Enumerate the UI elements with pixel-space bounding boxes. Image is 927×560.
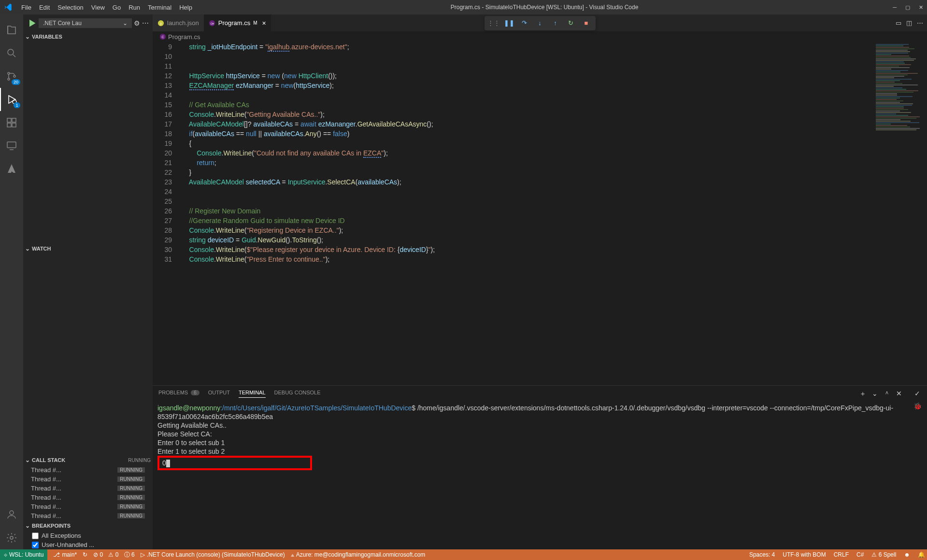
- close-tab-icon[interactable]: ×: [262, 19, 266, 27]
- launch-config-select[interactable]: .NET Core Lau⌄: [39, 18, 132, 28]
- thread-row[interactable]: Thread #...RUNNING: [23, 484, 153, 493]
- run-debug-icon[interactable]: 1: [0, 88, 23, 111]
- more-icon[interactable]: ⋯: [917, 19, 923, 27]
- bug-icon[interactable]: 🐞: [913, 402, 922, 410]
- svg-rect-10: [7, 142, 16, 148]
- tab-launch-json[interactable]: {}launch.json: [153, 14, 204, 31]
- terminal-output-line: Please Select CA:: [157, 430, 903, 438]
- thread-row[interactable]: Thread #...RUNNING: [23, 475, 153, 484]
- terminal-split-dropdown-icon[interactable]: ⌄: [872, 390, 878, 398]
- checkmark-icon[interactable]: ✓: [914, 390, 920, 397]
- maximize-button[interactable]: ▢: [905, 4, 910, 11]
- terminal-input-highlight: 0: [157, 456, 312, 470]
- terminal-output-line: Enter 1 to select sub 2: [157, 447, 903, 456]
- thread-row[interactable]: Thread #...RUNNING: [23, 465, 153, 475]
- code-editor[interactable]: 9101112131415161718192021222324252627282…: [153, 42, 874, 385]
- debug-more-icon[interactable]: ⋯: [142, 19, 149, 27]
- pause-icon[interactable]: ❚❚: [504, 18, 514, 28]
- breakpoint-row[interactable]: User-Unhandled ...: [23, 540, 153, 549]
- panel-tab-debug-console[interactable]: DEBUG CONSOLE: [274, 390, 321, 398]
- menu-file[interactable]: File: [17, 2, 35, 13]
- close-panel-icon[interactable]: ✕: [896, 390, 902, 398]
- thread-row[interactable]: Thread #...RUNNING: [23, 493, 153, 502]
- sync-indicator[interactable]: ↻: [83, 551, 87, 558]
- language-indicator[interactable]: C#: [856, 551, 864, 558]
- thread-row[interactable]: Thread #...RUNNING: [23, 511, 153, 520]
- stop-icon[interactable]: ■: [581, 18, 592, 28]
- breakpoint-row[interactable]: All Exceptions: [23, 531, 153, 540]
- file-icon: {}: [157, 20, 164, 27]
- callstack-section[interactable]: ⌄Call StackRUNNING: [23, 455, 153, 465]
- tab-Program-cs[interactable]: C#Program.csM×: [204, 14, 271, 31]
- svg-rect-9: [12, 123, 16, 127]
- debug-target[interactable]: ▷.NET Core Launch (console) (SimulateIoT…: [141, 551, 285, 558]
- menu-go[interactable]: Go: [109, 2, 125, 13]
- panel-tab-problems[interactable]: PROBLEMS6: [158, 390, 200, 398]
- explorer-icon[interactable]: [0, 18, 23, 42]
- encoding-indicator[interactable]: UTF-8 with BOM: [783, 551, 826, 558]
- window-title: Program.cs - SimulateIoTHubDevice [WSL: …: [451, 4, 639, 11]
- panel-tab-output[interactable]: OUTPUT: [208, 390, 230, 398]
- maximize-panel-icon[interactable]: ＾: [884, 390, 890, 398]
- new-terminal-icon[interactable]: ＋: [859, 390, 866, 398]
- status-bar: ⟐WSL: Ubuntu ⎇main* ↻ ⊘ 0 ⚠ 0 ⓘ 6 ▷.NET …: [0, 549, 927, 560]
- svg-text:C#: C#: [210, 22, 214, 25]
- terminal-path: :/mnt/c/Users/igalf/Git/AzureIoTSamples/…: [220, 404, 412, 412]
- split-icon[interactable]: ◫: [906, 19, 912, 27]
- file-icon: C#: [209, 20, 215, 27]
- thread-row[interactable]: Thread #...RUNNING: [23, 502, 153, 511]
- step-over-icon[interactable]: ↷: [519, 18, 530, 28]
- problems-indicator[interactable]: ⊘ 0 ⚠ 0 ⓘ 6: [93, 551, 135, 559]
- svg-point-2: [8, 72, 10, 74]
- breadcrumb[interactable]: C Program.cs: [153, 31, 927, 42]
- menu-edit[interactable]: Edit: [35, 2, 54, 13]
- svg-text:C: C: [161, 35, 164, 39]
- eol-indicator[interactable]: CRLF: [834, 551, 849, 558]
- start-debug-icon[interactable]: [27, 18, 37, 28]
- vscode-logo: [4, 3, 13, 12]
- spell-indicator[interactable]: ⚠ 6 Spell: [871, 551, 896, 558]
- debug-badge: 1: [14, 102, 20, 108]
- minimap[interactable]: [874, 42, 927, 385]
- menu-run[interactable]: Run: [125, 2, 144, 13]
- terminal-body[interactable]: igsandle@newponny:/mnt/c/Users/igalf/Git…: [153, 402, 908, 549]
- terminal-output-line: Getting Available CAs..: [157, 421, 903, 430]
- watch-section[interactable]: ⌄Watch: [23, 243, 153, 254]
- csharp-file-icon: C: [159, 33, 166, 40]
- feedback-icon[interactable]: ☻: [904, 551, 910, 558]
- variables-section[interactable]: ⌄Variables: [23, 31, 153, 42]
- menu-view[interactable]: View: [87, 2, 109, 13]
- menu-selection[interactable]: Selection: [54, 2, 87, 13]
- settings-icon[interactable]: [0, 526, 23, 549]
- azure-icon[interactable]: [0, 157, 23, 181]
- drag-handle-icon[interactable]: ⋮⋮: [488, 18, 499, 28]
- restart-icon[interactable]: ↻: [566, 18, 576, 28]
- svg-rect-8: [7, 123, 11, 127]
- scm-badge: 20: [12, 79, 20, 85]
- branch-indicator[interactable]: ⎇main*: [53, 551, 77, 558]
- svg-rect-7: [12, 118, 16, 122]
- menu-terminal[interactable]: Terminal: [144, 2, 175, 13]
- search-icon[interactable]: [0, 42, 23, 65]
- debug-sidebar: .NET Core Lau⌄ ⚙ ⋯ ⌄Variables ⌄Watch ⌄Ca…: [23, 14, 153, 549]
- debug-settings-icon[interactable]: ⚙: [134, 19, 140, 27]
- breakpoint-checkbox[interactable]: [32, 532, 39, 539]
- panel-tab-terminal[interactable]: TERMINAL: [239, 390, 266, 398]
- indentation-indicator[interactable]: Spaces: 4: [749, 551, 775, 558]
- minimize-button[interactable]: ─: [893, 4, 897, 11]
- diff-icon[interactable]: ▭: [896, 19, 901, 27]
- notifications-icon[interactable]: 🔔: [918, 551, 925, 558]
- svg-point-12: [10, 511, 14, 515]
- remote-explorer-icon[interactable]: [0, 134, 23, 157]
- step-into-icon[interactable]: ↓: [535, 18, 545, 28]
- breakpoint-checkbox[interactable]: [32, 542, 39, 548]
- accounts-icon[interactable]: [0, 503, 23, 526]
- azure-account[interactable]: ⟁Azure: me@codingflamingogmail.onmicroso…: [291, 551, 426, 558]
- source-control-icon[interactable]: 20: [0, 65, 23, 88]
- breakpoints-section[interactable]: ⌄Breakpoints: [23, 520, 153, 531]
- remote-indicator[interactable]: ⟐WSL: Ubuntu: [0, 549, 47, 560]
- step-out-icon[interactable]: ↑: [550, 18, 561, 28]
- extensions-icon[interactable]: [0, 111, 23, 134]
- close-button[interactable]: ✕: [919, 4, 923, 11]
- menu-help[interactable]: Help: [175, 2, 196, 13]
